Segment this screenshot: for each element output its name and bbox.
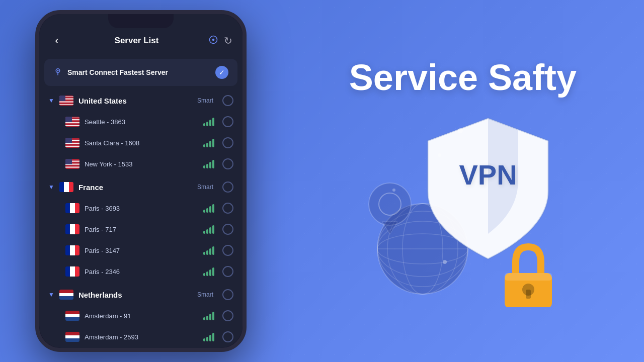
- radio-am2[interactable]: [222, 331, 233, 342]
- vpn-text-container: VPN: [418, 158, 558, 191]
- signal-paris2: [203, 225, 214, 234]
- dot1: [458, 128, 463, 133]
- radio-seattle[interactable]: [222, 116, 233, 127]
- signal-paris4: [203, 267, 214, 276]
- bar2: [206, 143, 208, 147]
- server-name-newyork: New York - 1533: [85, 160, 198, 168]
- header-icons: ↻: [209, 35, 232, 47]
- server-list[interactable]: Smart Connect Fastest Server ✓ ▼ United …: [39, 55, 243, 348]
- location-pin: [367, 182, 413, 239]
- server-item-seattle[interactable]: Seattle - 3863: [39, 111, 243, 132]
- svg-rect-17: [526, 290, 531, 299]
- smart-connect-label: Smart Connect Fastest Server: [67, 68, 210, 76]
- country-header-nl[interactable]: ▼ Netherlands Smart: [39, 284, 243, 305]
- nl-flag: [59, 290, 73, 300]
- dot3: [443, 260, 447, 264]
- signal-am2: [203, 333, 214, 341]
- radio-santaclara[interactable]: [222, 137, 233, 148]
- svg-point-3: [57, 70, 59, 71]
- radio-nl[interactable]: [222, 289, 233, 300]
- smart-badge-us: Smart: [197, 97, 213, 104]
- fr-flag: [59, 182, 73, 192]
- radio-us[interactable]: [222, 95, 233, 106]
- server-item-santaclara[interactable]: Santa Clara - 1608: [39, 132, 243, 153]
- refresh-icon[interactable]: ↻: [224, 35, 232, 47]
- country-header-fr[interactable]: ▼ France Smart: [39, 176, 243, 198]
- server-name-seattle: Seattle - 3863: [85, 118, 198, 126]
- radio-am1[interactable]: [222, 310, 233, 321]
- shield-container: VPN: [418, 113, 558, 264]
- server-name-santaclara: Santa Clara - 1608: [85, 139, 198, 147]
- server-name-paris2346: Paris - 2346: [85, 268, 198, 276]
- lock-svg: [501, 242, 556, 307]
- smart-badge-fr: Smart: [197, 184, 213, 191]
- nl-flag-am2: [65, 332, 79, 342]
- server-item-paris717[interactable]: Paris - 717: [39, 219, 243, 240]
- right-section: Service Safty: [282, 0, 644, 362]
- server-item-paris3147[interactable]: Paris - 3147: [39, 240, 243, 261]
- us-flag: [59, 96, 73, 106]
- server-name-paris3693: Paris - 3693: [85, 205, 198, 212]
- vpn-label: VPN: [459, 159, 517, 191]
- signal-newyork: [203, 160, 214, 168]
- bar4: [212, 160, 214, 168]
- country-name-nl: Netherlands: [78, 291, 192, 299]
- back-button[interactable]: ‹: [49, 34, 64, 47]
- country-name-us: United States: [78, 97, 192, 105]
- pin-svg: [367, 182, 413, 237]
- server-item-amsterdam91[interactable]: Amsterdam - 91: [39, 305, 243, 326]
- vpn-visual: VPN: [362, 113, 564, 304]
- phone-screen: ‹ Server List ↻: [39, 14, 243, 348]
- svg-point-11: [369, 183, 411, 225]
- radio-paris2[interactable]: [222, 224, 233, 235]
- signal-seattle: [203, 118, 214, 126]
- svg-rect-15: [505, 273, 552, 281]
- us-flag-santaclara: [65, 138, 79, 148]
- fr-flag-paris3: [65, 245, 79, 255]
- us-flag-seattle: [65, 117, 79, 127]
- bar3: [209, 162, 211, 168]
- country-name-fr: France: [78, 183, 192, 192]
- radio-fr[interactable]: [222, 182, 233, 193]
- radio-paris1[interactable]: [222, 203, 233, 214]
- nl-flag-am1: [65, 311, 79, 321]
- server-item-paris3693[interactable]: Paris - 3693: [39, 198, 243, 219]
- bar3: [209, 141, 211, 147]
- bar4: [212, 139, 214, 147]
- bar1: [203, 123, 205, 126]
- server-name-paris717: Paris - 717: [85, 226, 198, 233]
- smart-connect-icon: [53, 67, 62, 78]
- lock-container: [501, 242, 556, 309]
- radio-paris4[interactable]: [222, 266, 233, 277]
- header-title: Server List: [115, 36, 159, 46]
- bar4: [212, 118, 214, 126]
- fr-flag-paris4: [65, 266, 79, 277]
- location-icon[interactable]: [209, 35, 218, 47]
- phone-notch: [108, 14, 174, 28]
- phone-frame: ‹ Server List ↻: [35, 10, 247, 352]
- chevron-nl: ▼: [48, 291, 54, 298]
- server-name-paris3147: Paris - 3147: [85, 247, 198, 254]
- fr-flag-paris1: [65, 203, 79, 213]
- us-flag-newyork: [65, 159, 79, 169]
- country-section-us: ▼ United States Smart Seattle - 3863: [39, 90, 243, 174]
- country-section-nl: ▼ Netherlands Smart Amsterdam - 91: [39, 284, 243, 347]
- server-name-amsterdam91: Amsterdam - 91: [85, 312, 198, 320]
- dot4: [392, 189, 395, 192]
- server-item-amsterdam2593[interactable]: Amsterdam - 2593: [39, 326, 243, 347]
- bar1: [203, 165, 205, 168]
- signal-santaclara: [203, 139, 214, 147]
- fr-flag-paris2: [65, 224, 79, 234]
- signal-am1: [203, 312, 214, 320]
- server-item-paris2346[interactable]: Paris - 2346: [39, 261, 243, 282]
- selected-check: ✓: [215, 66, 228, 79]
- smart-connect-item[interactable]: Smart Connect Fastest Server ✓: [44, 59, 237, 86]
- country-header-us[interactable]: ▼ United States Smart: [39, 90, 243, 111]
- chevron-fr: ▼: [48, 184, 54, 191]
- server-item-newyork[interactable]: New York - 1533: [39, 153, 243, 174]
- chevron-us: ▼: [48, 97, 54, 104]
- radio-newyork[interactable]: [222, 158, 233, 169]
- dot2: [438, 153, 441, 157]
- radio-paris3[interactable]: [222, 245, 233, 256]
- country-section-fr: ▼ France Smart Paris - 3693: [39, 176, 243, 282]
